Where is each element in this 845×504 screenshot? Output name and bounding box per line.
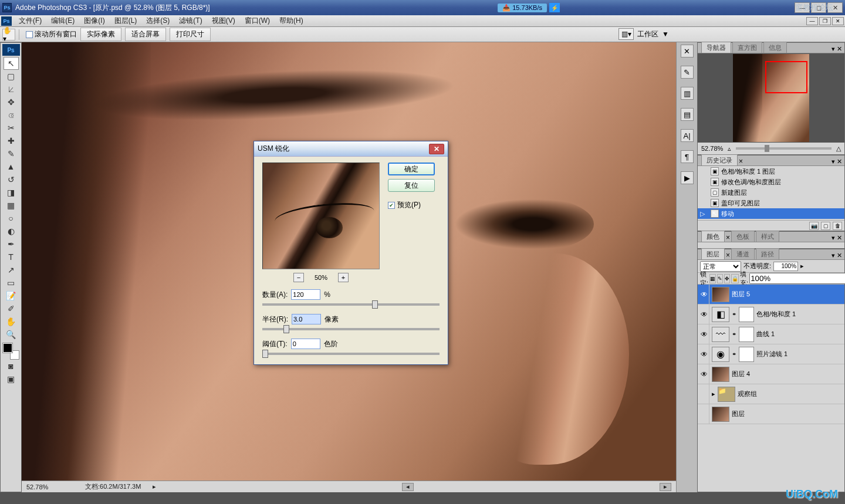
scroll-left-icon[interactable]: ◂ [402,483,414,491]
blur-tool[interactable]: ○ [4,212,19,225]
clone-stamp-tool[interactable]: ▲ [4,160,19,173]
layer-row[interactable]: 👁◉⚭照片滤镜 1 [698,344,844,364]
move-tool[interactable]: ↖ [4,57,19,70]
print-size-button[interactable]: 打印尺寸 [170,28,211,41]
navigator-zoom-value[interactable]: 52.78% [701,145,723,152]
eraser-tool[interactable]: ◨ [4,186,19,199]
tab-channels[interactable]: 通道 [731,248,755,259]
visibility-toggle[interactable]: 👁 [699,324,709,344]
menu-window[interactable]: 窗口(W) [240,15,275,27]
menu-view[interactable]: 视图(V) [207,15,240,27]
crop-tool[interactable]: ⟃ [4,109,19,121]
history-brush-tool[interactable]: ↺ [4,173,19,186]
actual-pixels-button[interactable]: 实际像素 [80,28,121,41]
tab-info[interactable]: 信息 [763,42,787,53]
quick-select-tool[interactable]: ✥ [4,96,19,109]
radius-input[interactable] [292,314,321,324]
workspace-switcher[interactable]: ▥▾ 工作区 ▼ [618,28,669,40]
zoom-in-button[interactable]: + [338,273,349,282]
panel-menu-icon[interactable]: ▾ ✕ [832,252,842,259]
menu-layer[interactable]: 图层(L) [110,15,142,27]
navigator-zoom-slider[interactable] [736,147,832,150]
preview-checkbox[interactable]: ✔预览(P) [388,200,435,210]
lock-pixels-icon[interactable]: ✎ [717,274,723,283]
menu-help[interactable]: 帮助(H) [275,15,308,27]
color-swatches[interactable] [3,343,19,360]
slice-tool[interactable]: ✂ [4,121,19,134]
type-tool[interactable]: T [4,251,19,263]
dock-icon-actions[interactable]: ▶ [681,171,694,184]
radius-slider[interactable] [262,328,440,330]
layer-thumb[interactable] [712,367,729,382]
menu-file[interactable]: 文件(F) [14,15,46,27]
zoom-in-icon[interactable]: △ [836,145,841,153]
amount-slider[interactable] [262,303,440,306]
dock-icon-brushes[interactable]: ✎ [681,66,694,79]
marquee-tool[interactable]: ▢ [4,70,19,83]
lock-all-icon[interactable]: 🔒 [731,274,739,283]
tab-color[interactable]: 颜色 [701,231,725,242]
layer-thumb[interactable] [712,407,729,422]
tab-styles[interactable]: 样式 [756,231,779,242]
menu-select[interactable]: 选择(S) [141,15,174,27]
doc-close-button[interactable]: ✕ [832,17,844,25]
dialog-close-button[interactable]: ✕ [429,144,444,154]
status-zoom[interactable]: 52.78% [26,483,73,491]
threshold-slider[interactable] [262,353,440,355]
history-item[interactable]: ▣色相/饱和度 1 图层 [698,166,844,177]
amount-input[interactable] [291,289,320,300]
tab-history[interactable]: 历史记录 [701,154,738,165]
dock-icon-tool-presets[interactable]: ▥ [681,87,694,100]
layer-row[interactable]: ▸📁观察组 [698,384,844,404]
layer-thumb[interactable] [712,287,729,302]
layer-row[interactable]: 👁◧⚭色相/饱和度 1 [698,305,844,324]
navigator-proxy[interactable] [698,53,844,143]
panel-menu-icon[interactable]: ▾ ✕ [832,234,842,242]
notes-tool[interactable]: 📝 [4,289,19,302]
menu-edit[interactable]: 编辑(E) [46,15,79,27]
history-item[interactable]: ▣修改色调/饱和度图层 [698,177,844,187]
zoom-tool[interactable]: 🔍 [4,328,19,341]
navigator-view-box[interactable] [765,61,807,93]
healing-brush-tool[interactable]: ✚ [4,134,19,147]
new-doc-from-state-button[interactable]: ▢ [821,222,830,230]
menu-filter[interactable]: 滤镜(T) [174,15,207,27]
layer-thumb[interactable]: ◉ [712,347,729,362]
zoom-out-button[interactable]: − [293,273,304,282]
layer-mask[interactable] [739,347,754,362]
new-snapshot-button[interactable]: 📷 [809,222,819,230]
dock-icon-layer-comps[interactable]: ▤ [681,108,694,121]
visibility-toggle[interactable] [699,404,709,424]
layer-row[interactable]: 👁图层 5 [698,285,844,305]
history-item[interactable]: ▷↖移动 [698,208,844,219]
visibility-toggle[interactable]: 👁 [699,364,709,384]
fill-input[interactable] [749,273,845,284]
ok-button[interactable]: 确定 [388,163,435,175]
opacity-input[interactable] [773,262,798,271]
screen-mode-toggle[interactable]: ▣ [4,373,19,385]
layer-row[interactable]: 👁图层 4 [698,364,844,384]
panel-menu-icon[interactable]: ▾ ✕ [832,158,842,165]
tab-layers[interactable]: 图层 [701,248,725,259]
lasso-tool[interactable]: ⟀ [4,83,19,96]
path-select-tool[interactable]: ↗ [4,263,19,276]
eyedropper-tool[interactable]: ✐ [4,302,19,315]
scroll-all-checkbox[interactable]: 滚动所有窗口 [26,29,77,39]
tab-paths[interactable]: 路径 [756,248,779,259]
fit-screen-button[interactable]: 适合屏幕 [125,28,166,41]
visibility-toggle[interactable]: 👁 [699,344,709,364]
dock-icon-character[interactable]: A| [681,129,694,142]
tab-histogram[interactable]: 直方图 [732,42,762,53]
pen-tool[interactable]: ✒ [4,238,19,251]
visibility-toggle[interactable]: 👁 [699,305,709,324]
brush-tool[interactable]: ✎ [4,147,19,160]
layer-thumb[interactable]: 〰 [712,327,729,342]
lock-position-icon[interactable]: ✥ [724,274,730,283]
visibility-toggle[interactable]: 👁 [699,285,709,304]
layer-mask[interactable] [739,307,754,322]
workspace-icon[interactable]: ▥▾ [618,28,634,40]
layer-row[interactable]: 图层 [698,404,844,424]
doc-restore-button[interactable]: ❐ [819,17,831,25]
quick-mask-toggle[interactable]: ◙ [4,360,19,373]
zoom-out-icon[interactable]: ▵ [728,145,731,153]
